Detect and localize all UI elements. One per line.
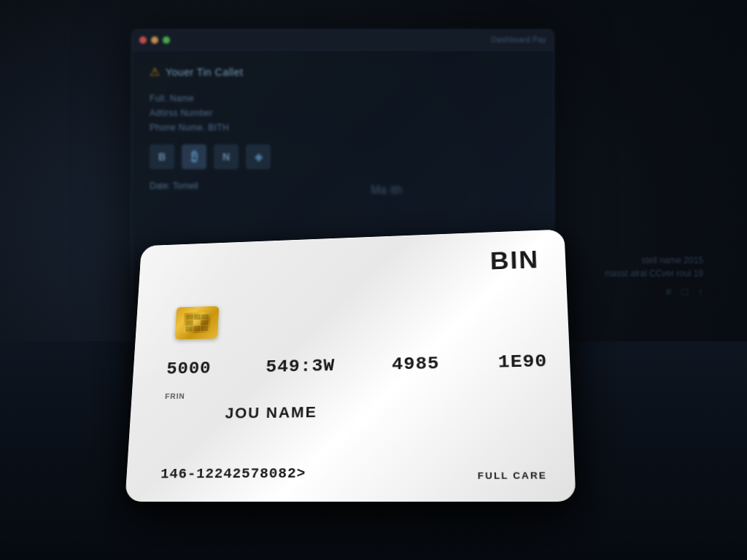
right-line-2: masst alral CCver roul 19 [605, 268, 703, 279]
close-dot [139, 36, 147, 44]
monitor-content: ⚠ Youer Tin Callet Full. Name Adtirss Nu… [132, 50, 554, 206]
icon-b: B [150, 144, 174, 169]
chip-inner [183, 312, 211, 333]
maximize-dot [163, 36, 170, 44]
card-number: 5000 549:3W 4985 1E90 [166, 351, 548, 379]
right-line-1: stell name 2015 [605, 255, 703, 265]
icon-crypto: ₿ [182, 144, 206, 169]
screen-date: Date: Tomeil [150, 181, 536, 191]
minimize-dot [151, 36, 158, 44]
screen-title-row: ⚠ Youer Tin Callet [150, 65, 536, 79]
warning-icon: ⚠ [150, 65, 160, 79]
payment-icons-row: B ₿ N ◈ [150, 144, 536, 169]
chart-icon: ↑ [698, 286, 703, 298]
chip-cell-3 [201, 314, 209, 319]
card-code: 146-12242578082> [160, 465, 306, 482]
screen-title-text: Youer Tin Callet [166, 66, 243, 78]
card-bin-label: BIN [489, 246, 539, 275]
card-number-group2: 549:3W [266, 356, 335, 378]
card-number-group4: 1E90 [498, 351, 547, 373]
chip-cell-6 [201, 320, 209, 325]
right-panel-text: stell name 2015 masst alral CCver roul 1… [605, 255, 703, 298]
card-cardholder-name: JOU NAME [225, 403, 317, 422]
copy-icon: □ [682, 286, 688, 298]
field-address: Adtirss Number [150, 108, 536, 118]
card-chip [175, 306, 219, 340]
chip-outer [175, 306, 219, 340]
hash-icon: # [666, 286, 672, 298]
card-number-group3: 4985 [392, 353, 440, 374]
credit-card: BIN 5000 549:3W 4985 1E90 FRIN JOU NAME [125, 229, 576, 502]
chip-cell-1 [186, 314, 193, 319]
field-full-name: Full. Name [150, 93, 536, 104]
chip-cell-2 [193, 314, 201, 319]
card-frin-label: FRIN [165, 392, 185, 400]
topbar-title: Dashboard Pay [492, 36, 546, 44]
monitor-topbar: Dashboard Pay [132, 30, 554, 50]
icon-n: N [214, 144, 239, 169]
chip-cell-7 [185, 326, 193, 331]
card-fullcare-label: FULL CARE [478, 470, 548, 481]
chip-cell-9 [201, 326, 208, 331]
card-bottom-row: 146-12242578082> FULL CARE [160, 464, 548, 482]
chip-cell-4 [185, 320, 193, 325]
field-phone: Phone Nume. BITH [150, 122, 536, 133]
card-number-group1: 5000 [166, 358, 212, 378]
chip-cell-8 [193, 326, 201, 331]
icon-diamond: ◈ [246, 144, 271, 169]
right-icons: # □ ↑ [605, 286, 703, 298]
maith-label: Ma ith [371, 184, 403, 197]
chip-cell-center [193, 320, 201, 325]
